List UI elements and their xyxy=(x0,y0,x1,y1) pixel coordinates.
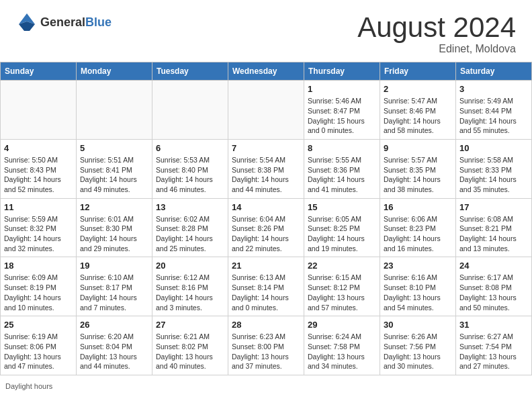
cell-sun-info: Sunrise: 6:09 AMSunset: 8:19 PMDaylight:… xyxy=(4,273,73,312)
days-of-week-row: SundayMondayTuesdayWednesdayThursdayFrid… xyxy=(1,62,532,81)
cell-sun-info: Sunrise: 5:55 AMSunset: 8:36 PMDaylight:… xyxy=(308,155,376,195)
cell-sun-info: Sunrise: 6:02 AMSunset: 8:28 PMDaylight:… xyxy=(156,214,224,254)
calendar-cell: 24Sunrise: 6:17 AMSunset: 8:08 PMDayligh… xyxy=(456,257,532,316)
calendar-footer: Daylight hours xyxy=(0,381,532,396)
cell-sun-info: Sunrise: 6:16 AMSunset: 8:10 PMDaylight:… xyxy=(384,273,452,312)
day-number: 16 xyxy=(384,202,452,212)
cell-sun-info: Sunrise: 6:05 AMSunset: 8:25 PMDaylight:… xyxy=(308,214,376,254)
calendar-cell: 7Sunrise: 5:54 AMSunset: 8:38 PMDaylight… xyxy=(228,139,304,198)
cell-sun-info: Sunrise: 6:10 AMSunset: 8:17 PMDaylight:… xyxy=(80,273,148,312)
cell-sun-info: Sunrise: 6:08 AMSunset: 8:21 PMDaylight:… xyxy=(459,214,528,254)
calendar-week-row: 4Sunrise: 5:50 AMSunset: 8:43 PMDaylight… xyxy=(1,139,532,198)
day-number: 26 xyxy=(80,320,148,330)
cell-sun-info: Sunrise: 6:19 AMSunset: 8:06 PMDaylight:… xyxy=(4,332,73,371)
calendar-cell: 4Sunrise: 5:50 AMSunset: 8:43 PMDaylight… xyxy=(1,139,77,198)
calendar-cell xyxy=(1,81,77,140)
day-number: 13 xyxy=(156,202,224,212)
calendar-cell: 10Sunrise: 5:58 AMSunset: 8:33 PMDayligh… xyxy=(456,139,532,198)
calendar-cell: 19Sunrise: 6:10 AMSunset: 8:17 PMDayligh… xyxy=(77,257,152,316)
day-number: 9 xyxy=(384,143,452,153)
day-number: 22 xyxy=(308,261,376,271)
day-number: 7 xyxy=(232,143,300,153)
calendar-cell: 21Sunrise: 6:13 AMSunset: 8:14 PMDayligh… xyxy=(228,257,304,316)
cell-sun-info: Sunrise: 6:21 AMSunset: 8:02 PMDaylight:… xyxy=(156,332,224,371)
cell-sun-info: Sunrise: 5:47 AMSunset: 8:46 PMDaylight:… xyxy=(384,96,452,136)
cell-sun-info: Sunrise: 5:53 AMSunset: 8:40 PMDaylight:… xyxy=(156,155,224,195)
cell-sun-info: Sunrise: 6:06 AMSunset: 8:23 PMDaylight:… xyxy=(384,214,452,254)
day-number: 17 xyxy=(459,202,528,212)
calendar-cell: 14Sunrise: 6:04 AMSunset: 8:26 PMDayligh… xyxy=(228,198,304,257)
cell-sun-info: Sunrise: 6:15 AMSunset: 8:12 PMDaylight:… xyxy=(308,273,376,312)
cell-sun-info: Sunrise: 6:13 AMSunset: 8:14 PMDaylight:… xyxy=(232,273,300,312)
calendar-cell: 29Sunrise: 6:24 AMSunset: 7:58 PMDayligh… xyxy=(304,316,380,375)
logo: GeneralBlue xyxy=(16,12,112,34)
location-subtitle: Edinet, Moldova xyxy=(357,43,516,55)
calendar-cell: 13Sunrise: 6:02 AMSunset: 8:28 PMDayligh… xyxy=(152,198,228,257)
day-number: 25 xyxy=(4,320,73,330)
day-number: 4 xyxy=(4,143,73,153)
day-number: 3 xyxy=(459,84,528,94)
day-number: 11 xyxy=(4,202,73,212)
day-number: 1 xyxy=(308,84,376,94)
calendar-week-row: 18Sunrise: 6:09 AMSunset: 8:19 PMDayligh… xyxy=(1,257,532,316)
day-number: 23 xyxy=(384,261,452,271)
calendar-cell: 27Sunrise: 6:21 AMSunset: 8:02 PMDayligh… xyxy=(152,316,228,375)
calendar-cell: 18Sunrise: 6:09 AMSunset: 8:19 PMDayligh… xyxy=(1,257,77,316)
day-of-week-header: Wednesday xyxy=(228,62,304,81)
calendar-cell: 17Sunrise: 6:08 AMSunset: 8:21 PMDayligh… xyxy=(456,198,532,257)
logo-icon xyxy=(16,12,38,34)
day-number: 20 xyxy=(156,261,224,271)
calendar-cell: 15Sunrise: 6:05 AMSunset: 8:25 PMDayligh… xyxy=(304,198,380,257)
day-number: 24 xyxy=(459,261,528,271)
day-of-week-header: Saturday xyxy=(456,62,532,81)
day-number: 8 xyxy=(308,143,376,153)
day-number: 21 xyxy=(232,261,300,271)
day-number: 29 xyxy=(308,320,376,330)
day-number: 10 xyxy=(459,143,528,153)
calendar-cell: 25Sunrise: 6:19 AMSunset: 8:06 PMDayligh… xyxy=(1,316,77,375)
day-number: 31 xyxy=(459,320,528,330)
calendar-cell: 26Sunrise: 6:20 AMSunset: 8:04 PMDayligh… xyxy=(77,316,152,375)
calendar-cell xyxy=(152,81,228,140)
month-year-title: August 2024 xyxy=(357,12,516,43)
calendar-cell: 8Sunrise: 5:55 AMSunset: 8:36 PMDaylight… xyxy=(304,139,380,198)
calendar-cell: 23Sunrise: 6:16 AMSunset: 8:10 PMDayligh… xyxy=(380,257,456,316)
day-of-week-header: Monday xyxy=(77,62,152,81)
day-number: 12 xyxy=(80,202,148,212)
cell-sun-info: Sunrise: 6:27 AMSunset: 7:54 PMDaylight:… xyxy=(459,332,528,371)
calendar-week-row: 11Sunrise: 5:59 AMSunset: 8:32 PMDayligh… xyxy=(1,198,532,257)
daylight-hours-label: Daylight hours xyxy=(5,382,52,390)
cell-sun-info: Sunrise: 6:24 AMSunset: 7:58 PMDaylight:… xyxy=(308,332,376,371)
cell-sun-info: Sunrise: 6:17 AMSunset: 8:08 PMDaylight:… xyxy=(459,273,528,312)
calendar-cell: 1Sunrise: 5:46 AMSunset: 8:47 PMDaylight… xyxy=(304,81,380,140)
calendar-cell: 12Sunrise: 6:01 AMSunset: 8:30 PMDayligh… xyxy=(77,198,152,257)
day-of-week-header: Friday xyxy=(380,62,456,81)
day-number: 18 xyxy=(4,261,73,271)
day-number: 5 xyxy=(80,143,148,153)
cell-sun-info: Sunrise: 6:04 AMSunset: 8:26 PMDaylight:… xyxy=(232,214,300,254)
cell-sun-info: Sunrise: 5:58 AMSunset: 8:33 PMDaylight:… xyxy=(459,155,528,195)
calendar-cell: 16Sunrise: 6:06 AMSunset: 8:23 PMDayligh… xyxy=(380,198,456,257)
cell-sun-info: Sunrise: 6:23 AMSunset: 8:00 PMDaylight:… xyxy=(232,332,300,371)
cell-sun-info: Sunrise: 6:20 AMSunset: 8:04 PMDaylight:… xyxy=(80,332,148,371)
day-number: 27 xyxy=(156,320,224,330)
day-of-week-header: Sunday xyxy=(1,62,77,81)
day-number: 14 xyxy=(232,202,300,212)
cell-sun-info: Sunrise: 5:59 AMSunset: 8:32 PMDaylight:… xyxy=(4,214,73,254)
calendar-week-row: 1Sunrise: 5:46 AMSunset: 8:47 PMDaylight… xyxy=(1,81,532,140)
calendar-cell: 11Sunrise: 5:59 AMSunset: 8:32 PMDayligh… xyxy=(1,198,77,257)
day-of-week-header: Tuesday xyxy=(152,62,228,81)
calendar-cell: 30Sunrise: 6:26 AMSunset: 7:56 PMDayligh… xyxy=(380,316,456,375)
calendar-cell: 5Sunrise: 5:51 AMSunset: 8:41 PMDaylight… xyxy=(77,139,152,198)
calendar-cell: 2Sunrise: 5:47 AMSunset: 8:46 PMDaylight… xyxy=(380,81,456,140)
cell-sun-info: Sunrise: 5:54 AMSunset: 8:38 PMDaylight:… xyxy=(232,155,300,195)
cell-sun-info: Sunrise: 5:50 AMSunset: 8:43 PMDaylight:… xyxy=(4,155,73,195)
day-number: 28 xyxy=(232,320,300,330)
day-number: 19 xyxy=(80,261,148,271)
cell-sun-info: Sunrise: 5:57 AMSunset: 8:35 PMDaylight:… xyxy=(384,155,452,195)
calendar-cell xyxy=(77,81,152,140)
calendar-cell: 31Sunrise: 6:27 AMSunset: 7:54 PMDayligh… xyxy=(456,316,532,375)
calendar-body: 1Sunrise: 5:46 AMSunset: 8:47 PMDaylight… xyxy=(1,81,532,375)
day-number: 6 xyxy=(156,143,224,153)
calendar-cell: 6Sunrise: 5:53 AMSunset: 8:40 PMDaylight… xyxy=(152,139,228,198)
